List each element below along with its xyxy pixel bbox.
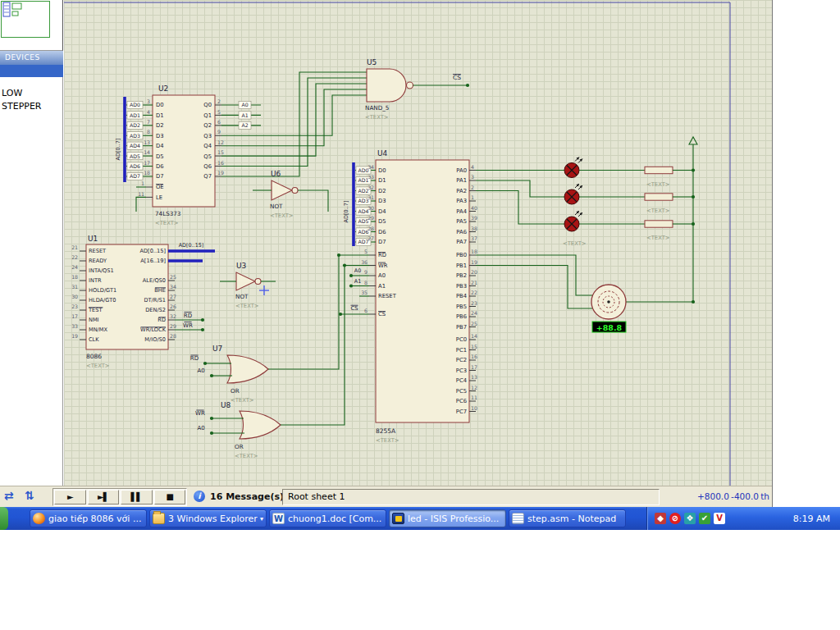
junction-dot: [210, 417, 213, 420]
text-label: BHE: [154, 287, 166, 294]
text-label: PC7: [456, 409, 467, 415]
junction-dot: [466, 84, 469, 87]
text-label: <TEXT>: [365, 114, 389, 121]
resistor[interactable]: [645, 167, 673, 173]
text-label: 16: [471, 354, 477, 359]
message-count[interactable]: 16 Message(s): [210, 491, 284, 502]
text-label: RD: [158, 317, 166, 323]
coord-x: +800.0: [697, 491, 729, 501]
isis-icon: [392, 513, 404, 524]
text-label: WR: [183, 322, 193, 329]
messenger-icon[interactable]: ❖: [684, 513, 696, 524]
vietkey-icon[interactable]: V: [714, 513, 725, 524]
text-label: PA5: [456, 218, 467, 225]
taskbar: giao tiếp 8086 với ...3 Windows Explorer…: [0, 507, 840, 530]
text-label: <TEXT>: [563, 240, 587, 247]
text-label: <TEXT>: [646, 181, 670, 188]
firefox-icon: [33, 513, 45, 524]
outside-window-area: [772, 0, 840, 507]
start-button-partial[interactable]: [0, 507, 8, 530]
text-label: 2: [471, 185, 474, 190]
taskbar-clock[interactable]: 8:19 AM: [793, 514, 840, 524]
stop-button[interactable]: ■: [154, 490, 186, 504]
taskbar-task-firefox[interactable]: giao tiếp 8086 với ...: [30, 509, 147, 527]
junction-dot: [203, 362, 207, 365]
text-label: ALE/QS0: [143, 277, 166, 284]
resistor[interactable]: [645, 221, 673, 227]
devices-selector-strip[interactable]: [0, 65, 63, 77]
text-label: AD0: [130, 102, 140, 107]
text-label: Q1: [203, 112, 212, 119]
wire: [221, 84, 367, 156]
text-label: 28: [170, 333, 176, 339]
taskbar-task-notepad[interactable]: step.asm - Notepad: [509, 509, 626, 527]
schematic-canvas[interactable]: U274LS373<TEXT>AD[0..7]AD03D0AD14D1AD27D…: [64, 0, 772, 486]
ref-designator: U7: [212, 345, 222, 353]
nand-gate[interactable]: [367, 69, 406, 102]
blocked-icon[interactable]: ⊘: [669, 513, 681, 524]
text-label: D2: [156, 122, 164, 129]
text-label: 40: [471, 205, 477, 211]
sheet-name-field[interactable]: Root sheet 1: [282, 489, 660, 505]
text-label: WR: [378, 262, 388, 269]
text-label: <TEXT>: [376, 437, 399, 444]
text-label: RD: [184, 313, 192, 319]
text-label: 14: [471, 333, 477, 339]
text-label: PA7: [456, 239, 467, 245]
text-label: 22: [471, 290, 477, 295]
text-label: PA4: [456, 208, 467, 215]
text-label: 30: [368, 205, 374, 211]
antivirus-icon[interactable]: ✔: [699, 513, 710, 524]
ref-designator: U5: [367, 58, 377, 66]
text-label: A1: [378, 283, 386, 290]
inverter-bubble: [255, 279, 261, 285]
text-label: AD6: [130, 163, 140, 169]
pan-horizontal-icon[interactable]: ⇄: [4, 489, 14, 502]
text-label: 27: [170, 294, 176, 299]
ref-designator: U3: [236, 262, 246, 270]
text-label: <TEXT>: [235, 453, 258, 459]
text-label: AD[0..7]: [115, 139, 121, 161]
pause-button[interactable]: ▌▌: [121, 490, 153, 504]
junction-dot: [210, 374, 213, 377]
text-label: 6: [364, 308, 368, 313]
pan-vertical-icon[interactable]: ⇅: [25, 489, 34, 502]
not-gate[interactable]: [272, 180, 292, 200]
screen: DEVICES LOW STEPPER U274LS373<TEXT>AD[0.…: [0, 0, 840, 630]
text-label: 29: [368, 215, 374, 221]
text-label: PC5: [456, 388, 467, 395]
taskbar-task-isis[interactable]: led - ISIS Professio...: [389, 509, 506, 527]
play-button[interactable]: ►: [54, 490, 86, 504]
text-label: <TEXT>: [235, 303, 259, 309]
text-label: AD4: [130, 143, 140, 148]
text-label: NMI: [89, 317, 99, 323]
step-button[interactable]: ►▌: [88, 490, 120, 504]
taskbar-task-folder[interactable]: 3 Windows Explorer▾: [149, 509, 267, 527]
text-label: 16: [217, 160, 224, 166]
security-alert-icon[interactable]: ◆: [655, 513, 666, 524]
chevron-down-icon: ▾: [258, 515, 266, 523]
text-label: 27: [368, 235, 374, 241]
text-label: 32: [170, 313, 176, 319]
junction-dot: [201, 318, 204, 322]
text-label: MN/MX: [89, 326, 108, 333]
text-label: D3: [156, 133, 164, 139]
folder-icon: [153, 513, 165, 524]
or-gate[interactable]: [240, 411, 281, 439]
overview-preview-pane[interactable]: [0, 0, 63, 51]
device-item-low[interactable]: LOW: [2, 87, 62, 100]
text-label: <TEXT>: [646, 208, 670, 214]
notepad-icon: [512, 513, 524, 524]
text-label: AD2: [130, 122, 140, 128]
or-gate[interactable]: [227, 355, 268, 383]
wire: [298, 190, 328, 212]
resistor[interactable]: [645, 194, 673, 200]
device-item-stepper[interactable]: STEPPER: [2, 100, 62, 113]
info-icon[interactable]: i: [194, 491, 205, 502]
text-label: 11: [138, 191, 144, 197]
sheet-outline: [2, 2, 50, 38]
not-gate[interactable]: [236, 272, 255, 290]
system-tray: ◆⊘❖✔V8:19 AM: [646, 507, 840, 530]
taskbar-task-word[interactable]: Wchuong1.doc [Com...: [269, 509, 386, 527]
text-label: 21: [471, 280, 477, 285]
